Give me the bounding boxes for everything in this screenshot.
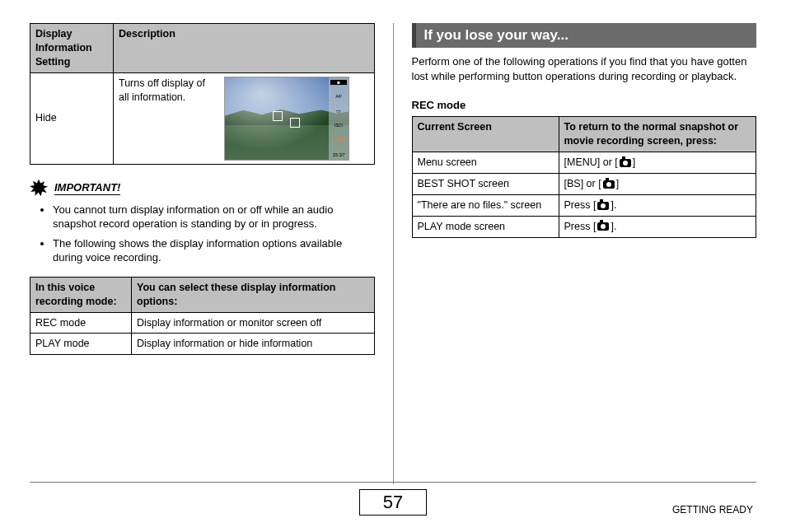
footer-section-label: GETTING READY (672, 504, 753, 516)
osd-mid1: ▭ (329, 109, 349, 114)
t3-cell-screen: PLAY mode screen (412, 216, 559, 237)
t3-cell-action: Press []. (559, 194, 756, 216)
table-row: BEST SHOT screen [BS] or [] (412, 174, 756, 195)
rec-mode-subhead: REC mode (412, 99, 757, 111)
right-column: If you lose your way... Perform one of t… (394, 23, 757, 484)
t3-cell-screen: BEST SHOT screen (412, 174, 559, 195)
section-intro-text: Perform one of the following operations … (412, 54, 757, 84)
t3-cell-action: Press []. (559, 216, 756, 237)
voice-recording-options-table: In this voice recording mode: You can se… (30, 277, 375, 356)
camera-icon (597, 202, 609, 210)
action-prefix: [BS] or [ (564, 178, 601, 189)
action-suffix: ] (633, 156, 635, 168)
t3-cell-action: [MENU] or [] (559, 152, 756, 174)
t2-cell-options: Display information or monitor screen of… (132, 312, 375, 334)
t3-cell-screen: "There are no files." screen (412, 194, 559, 216)
page-footer: 57 GETTING READY (0, 482, 786, 516)
table-row: Hide Turns off display of all informatio… (30, 72, 375, 164)
table-row: Menu screen [MENU] or [] (412, 152, 756, 174)
osd-iso: ISO (329, 123, 349, 128)
t1-desc-text: Turns off display of all information. (119, 77, 218, 105)
rec-mode-return-table: Current Screen To return to the normal s… (412, 116, 757, 237)
osd-ev: -0.3EV (329, 138, 349, 142)
t1-header-setting: Display Information Setting (30, 24, 114, 73)
t3-header-action: To return to the normal snapshot or movi… (559, 117, 756, 152)
action-prefix: Press [ (564, 221, 597, 232)
page-number: 57 (359, 489, 427, 516)
display-info-table: Display Information Setting Description … (30, 23, 375, 165)
table-row: PLAY mode Display information or hide in… (30, 334, 375, 355)
table-row: PLAY mode screen Press []. (412, 216, 756, 237)
t2-cell-mode: PLAY mode (30, 334, 132, 355)
camera-icon (603, 180, 615, 189)
t3-cell-action: [BS] or [] (559, 174, 756, 195)
t3-cell-screen: Menu screen (412, 152, 559, 174)
action-prefix: [MENU] or [ (564, 156, 618, 168)
action-suffix: ] (616, 178, 619, 189)
camera-osd-overlay: ■ AF ▭ ISO -0.3EV 15:37 (329, 77, 349, 160)
osd-time: 15:37 (329, 152, 349, 157)
table-row: REC mode Display information or monitor … (30, 312, 375, 334)
table-row: "There are no files." screen Press []. (412, 194, 756, 216)
action-suffix: ]. (611, 221, 616, 232)
burst-star-icon (30, 180, 48, 198)
important-label: IMPORTANT! (54, 181, 120, 195)
section-title-bar: If you lose your way... (412, 23, 757, 48)
t1-cell-description: Turns off display of all information. ■ … (114, 72, 375, 164)
t2-cell-mode: REC mode (30, 312, 132, 334)
t1-cell-setting: Hide (30, 72, 114, 164)
camera-preview-thumbnail: ■ AF ▭ ISO -0.3EV 15:37 (224, 77, 349, 161)
osd-top-badge: ■ (330, 80, 347, 85)
list-item: You cannot turn display information on o… (53, 203, 375, 231)
t2-header-mode: In this voice recording mode: (30, 277, 132, 312)
action-prefix: Press [ (564, 199, 597, 211)
camera-icon (620, 159, 631, 167)
t2-header-options: You can select these display information… (132, 277, 375, 312)
t2-cell-options: Display information or hide information (132, 334, 375, 355)
t3-header-screen: Current Screen (412, 117, 559, 152)
important-heading: IMPORTANT! (30, 180, 375, 198)
t1-header-description: Description (114, 24, 375, 73)
left-column: Display Information Setting Description … (30, 23, 393, 484)
action-suffix: ]. (611, 199, 616, 211)
camera-icon (597, 222, 609, 231)
osd-af: AF (329, 94, 349, 99)
list-item: The following shows the display informat… (53, 236, 375, 265)
important-bullet-list: You cannot turn display information on o… (30, 203, 375, 265)
